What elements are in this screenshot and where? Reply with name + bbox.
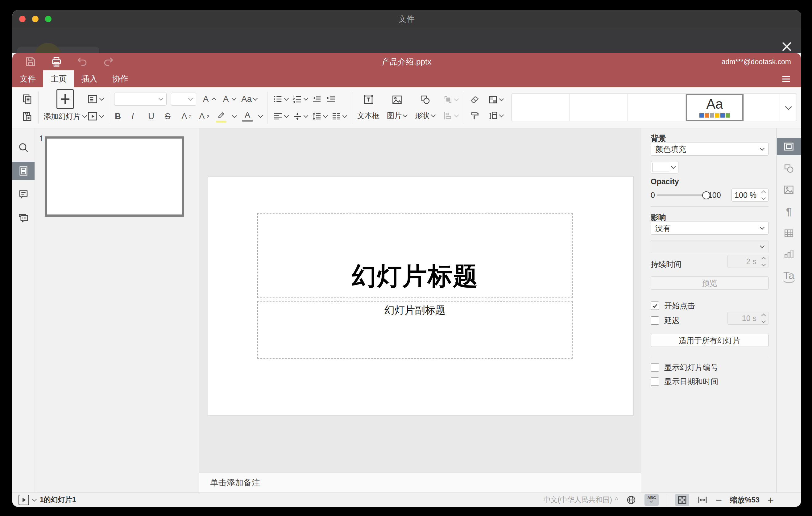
start-slideshow-button[interactable] [86,110,104,122]
font-color-button[interactable]: A [242,111,253,121]
menu-icon[interactable] [781,74,792,84]
tab-file[interactable]: 文件 [12,70,43,87]
numbered-list-button[interactable] [292,93,308,105]
opacity-slider[interactable] [657,194,706,196]
notes-area[interactable]: 单击添加备注 [199,472,641,492]
apply-to-all-slides-button[interactable]: 适用于所有幻灯片 [651,334,768,347]
save-icon[interactable] [25,56,36,67]
add-slide-label-button[interactable]: 添加幻灯片 [44,111,86,121]
subscript-button[interactable]: A2 [198,111,210,122]
undo-icon[interactable] [77,56,88,67]
show-datetime-checkbox[interactable]: 显示日期和时间 [651,376,718,387]
paragraph-settings-icon[interactable]: ¶ [786,206,792,217]
theme-option-selected[interactable]: Aa [686,94,744,121]
theme-gallery-expand-button[interactable] [780,94,796,121]
horizontal-align-button[interactable] [272,111,289,122]
columns-button[interactable] [331,111,347,122]
font-name-combobox[interactable] [114,93,167,106]
textbox-label[interactable]: 文本框 [357,111,379,121]
language-selector[interactable]: 中文(中华人民共和国) ^ [544,495,618,505]
slide-size-button[interactable] [488,110,504,121]
decrease-font-button[interactable]: A [221,93,236,105]
slide-fill-button[interactable] [488,94,504,105]
redo-icon[interactable] [103,56,114,67]
tab-collaboration[interactable]: 协作 [105,70,136,87]
slide-thumbnail[interactable] [45,136,184,217]
clear-style-button[interactable] [469,94,480,105]
fill-color-picker[interactable] [651,161,678,173]
fit-width-icon[interactable] [697,495,708,505]
slide-settings-tab[interactable] [777,138,801,155]
change-case-button[interactable]: Aa [241,93,258,105]
status-bar: 1的幻灯片1 中文(中华人民共和国) ^ ABC − 缩放%53 + [12,492,801,507]
show-slide-number-checkbox[interactable]: 显示幻灯片编号 [651,362,718,372]
checkbox-unchecked[interactable] [651,377,659,386]
theme-option[interactable] [512,94,570,121]
print-icon[interactable] [51,56,62,67]
slide-layout-button[interactable] [86,93,104,105]
bullet-list-button[interactable] [272,93,289,105]
checkbox-checked[interactable] [651,302,659,310]
vertical-align-button[interactable] [292,111,308,122]
zoom-in-button[interactable]: + [767,495,774,505]
effect-dropdown[interactable]: 没有 [651,222,768,234]
highlight-color-button[interactable] [216,110,227,122]
duration-spinner[interactable]: 2 s [727,255,768,268]
arrange-button[interactable] [442,94,459,105]
effect-option-dropdown[interactable] [651,240,768,253]
superscript-button[interactable]: A2 [181,111,192,122]
textart-settings-icon[interactable]: Ta [783,270,795,283]
checkbox-unchecked[interactable] [651,316,659,325]
align-objects-button[interactable] [442,110,459,121]
close-icon[interactable] [781,40,793,53]
opacity-spinner[interactable]: 100 % [731,189,768,202]
shape-settings-icon[interactable] [783,163,794,174]
bold-button[interactable]: B [114,111,125,122]
line-spacing-button[interactable] [311,111,328,122]
subtitle-placeholder[interactable]: 幻灯片副标题 [257,301,573,359]
fill-type-dropdown[interactable]: 颜色填充 [651,143,768,155]
insert-shape-button[interactable] [419,93,431,106]
theme-option[interactable] [570,94,628,121]
opacity-slider-handle[interactable] [702,191,710,199]
shape-label-button[interactable]: 形状 [414,110,436,121]
slide-settings-icon [783,141,794,152]
tab-home[interactable]: 主页 [43,70,74,87]
slides-panel-toggle[interactable] [12,162,34,180]
preview-button[interactable]: 预览 [651,277,768,289]
underline-button[interactable]: U [147,111,158,122]
increase-font-button[interactable]: A [201,93,216,105]
comments-icon[interactable] [18,189,29,200]
start-slideshow-status-button[interactable] [19,495,29,505]
insert-textbox-button[interactable] [362,93,375,106]
strikethrough-button[interactable]: S [164,111,175,122]
chat-icon[interactable] [18,212,29,224]
add-slide-button[interactable] [49,89,82,110]
search-icon[interactable] [18,142,29,153]
start-on-click-checkbox[interactable]: 开始点击 [651,300,695,311]
image-settings-icon[interactable] [783,184,794,195]
copy-button[interactable] [21,93,33,105]
paste-button[interactable] [21,110,33,122]
chart-settings-icon[interactable] [783,249,794,260]
fit-slide-icon[interactable] [675,494,689,506]
slide-canvas[interactable]: 幻灯片标题 幻灯片副标题 [208,176,634,416]
checkbox-unchecked[interactable] [651,363,659,372]
title-placeholder[interactable]: 幻灯片标题 [257,213,573,298]
set-language-icon[interactable] [626,495,636,505]
delay-checkbox[interactable]: 延迟 [651,315,680,325]
main-area: 1 幻灯片标题 幻灯片副标题 单击添加备注 背景 颜色填充 Opacity [12,128,801,492]
delay-spinner[interactable]: 10 s [727,312,768,325]
increase-indent-button[interactable] [325,93,337,105]
copy-style-button[interactable] [469,110,480,121]
decrease-indent-button[interactable] [311,93,322,105]
theme-option[interactable] [628,94,686,121]
italic-button[interactable]: I [131,111,141,122]
tab-insert[interactable]: 插入 [74,70,105,87]
font-size-combobox[interactable] [171,93,196,106]
insert-image-button[interactable] [391,93,403,106]
spellcheck-icon[interactable]: ABC [644,494,659,506]
image-label-button[interactable]: 图片 [386,110,408,121]
zoom-out-button[interactable]: − [716,495,722,505]
table-settings-icon[interactable] [783,228,794,239]
